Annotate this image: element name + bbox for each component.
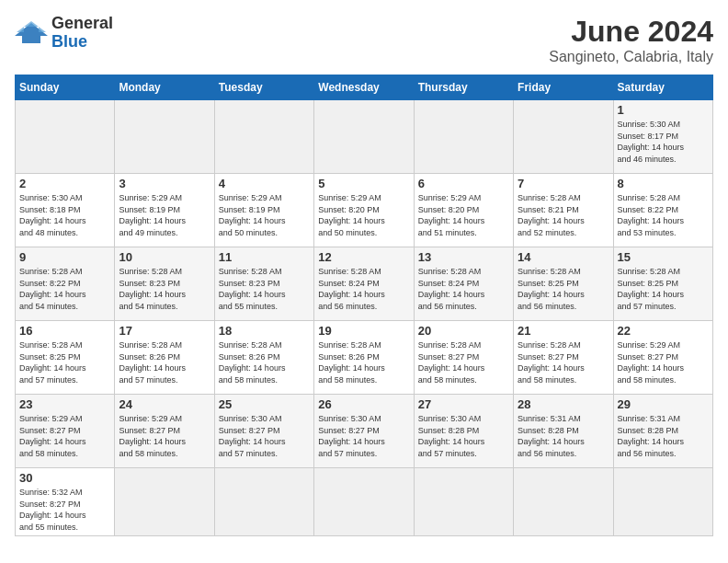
logo: GeneralBlue <box>15 15 113 52</box>
calendar-cell <box>414 100 513 174</box>
calendar-cell: 4Sunrise: 5:29 AM Sunset: 8:19 PM Daylig… <box>214 174 313 247</box>
day-number: 11 <box>219 250 310 264</box>
day-number: 24 <box>119 397 210 411</box>
day-number: 6 <box>418 177 509 190</box>
calendar-week-3: 9Sunrise: 5:28 AM Sunset: 8:22 PM Daylig… <box>16 247 713 321</box>
calendar-cell: 11Sunrise: 5:28 AM Sunset: 8:23 PM Dayli… <box>214 247 313 321</box>
day-number: 8 <box>618 177 709 190</box>
calendar-cell: 12Sunrise: 5:28 AM Sunset: 8:24 PM Dayli… <box>314 247 414 321</box>
day-info: Sunrise: 5:31 AM Sunset: 8:28 PM Dayligh… <box>518 413 609 459</box>
day-info: Sunrise: 5:30 AM Sunset: 8:17 PM Dayligh… <box>618 119 709 165</box>
calendar-week-1: 1Sunrise: 5:30 AM Sunset: 8:17 PM Daylig… <box>16 100 713 174</box>
calendar-cell: 25Sunrise: 5:30 AM Sunset: 8:27 PM Dayli… <box>214 395 313 468</box>
title-block: June 2024 Sangineto, Calabria, Italy <box>549 15 713 65</box>
calendar-cell <box>115 100 214 174</box>
day-number: 15 <box>618 250 709 264</box>
logo-icon <box>15 19 48 47</box>
day-info: Sunrise: 5:29 AM Sunset: 8:27 PM Dayligh… <box>119 413 210 459</box>
day-info: Sunrise: 5:29 AM Sunset: 8:27 PM Dayligh… <box>618 339 709 385</box>
day-info: Sunrise: 5:29 AM Sunset: 8:20 PM Dayligh… <box>418 192 509 238</box>
day-info: Sunrise: 5:28 AM Sunset: 8:26 PM Dayligh… <box>219 339 310 385</box>
day-number: 17 <box>119 324 210 338</box>
calendar-cell <box>414 468 513 536</box>
day-number: 23 <box>19 397 110 411</box>
day-info: Sunrise: 5:29 AM Sunset: 8:27 PM Dayligh… <box>19 413 110 459</box>
day-number: 12 <box>318 250 409 264</box>
weekday-header-friday: Friday <box>514 75 613 100</box>
day-info: Sunrise: 5:28 AM Sunset: 8:24 PM Dayligh… <box>318 266 409 312</box>
calendar-cell: 5Sunrise: 5:29 AM Sunset: 8:20 PM Daylig… <box>314 174 414 247</box>
day-info: Sunrise: 5:28 AM Sunset: 8:27 PM Dayligh… <box>518 339 609 385</box>
day-info: Sunrise: 5:28 AM Sunset: 8:23 PM Dayligh… <box>219 266 310 312</box>
weekday-header-thursday: Thursday <box>414 75 513 100</box>
calendar-cell: 3Sunrise: 5:29 AM Sunset: 8:19 PM Daylig… <box>115 174 214 247</box>
day-info: Sunrise: 5:28 AM Sunset: 8:22 PM Dayligh… <box>19 266 110 312</box>
day-number: 14 <box>518 250 609 264</box>
day-info: Sunrise: 5:32 AM Sunset: 8:27 PM Dayligh… <box>19 487 110 533</box>
calendar-cell: 22Sunrise: 5:29 AM Sunset: 8:27 PM Dayli… <box>613 321 712 395</box>
day-number: 30 <box>19 471 110 485</box>
day-number: 4 <box>219 177 310 190</box>
calendar-cell <box>16 100 115 174</box>
calendar-cell: 13Sunrise: 5:28 AM Sunset: 8:24 PM Dayli… <box>414 247 513 321</box>
day-number: 3 <box>119 177 210 190</box>
weekday-header-saturday: Saturday <box>613 75 712 100</box>
calendar-cell <box>214 468 313 536</box>
calendar-cell: 19Sunrise: 5:28 AM Sunset: 8:26 PM Dayli… <box>314 321 414 395</box>
day-number: 16 <box>19 324 110 338</box>
day-number: 28 <box>518 397 609 411</box>
day-number: 26 <box>318 397 409 411</box>
day-info: Sunrise: 5:30 AM Sunset: 8:27 PM Dayligh… <box>318 413 409 459</box>
day-number: 22 <box>618 324 709 338</box>
calendar-cell: 30Sunrise: 5:32 AM Sunset: 8:27 PM Dayli… <box>16 468 115 536</box>
day-info: Sunrise: 5:31 AM Sunset: 8:28 PM Dayligh… <box>618 413 709 459</box>
day-info: Sunrise: 5:28 AM Sunset: 8:26 PM Dayligh… <box>318 339 409 385</box>
calendar-cell: 1Sunrise: 5:30 AM Sunset: 8:17 PM Daylig… <box>613 100 712 174</box>
day-number: 13 <box>418 250 509 264</box>
calendar-table: SundayMondayTuesdayWednesdayThursdayFrid… <box>15 75 713 536</box>
calendar-cell: 9Sunrise: 5:28 AM Sunset: 8:22 PM Daylig… <box>16 247 115 321</box>
calendar-cell: 29Sunrise: 5:31 AM Sunset: 8:28 PM Dayli… <box>613 395 712 468</box>
day-info: Sunrise: 5:29 AM Sunset: 8:19 PM Dayligh… <box>219 192 310 238</box>
calendar-cell <box>314 100 414 174</box>
calendar-cell: 2Sunrise: 5:30 AM Sunset: 8:18 PM Daylig… <box>16 174 115 247</box>
day-number: 29 <box>618 397 709 411</box>
day-number: 10 <box>119 250 210 264</box>
day-info: Sunrise: 5:28 AM Sunset: 8:23 PM Dayligh… <box>119 266 210 312</box>
calendar-week-6: 30Sunrise: 5:32 AM Sunset: 8:27 PM Dayli… <box>16 468 713 536</box>
calendar-cell <box>514 100 613 174</box>
calendar-cell: 24Sunrise: 5:29 AM Sunset: 8:27 PM Dayli… <box>115 395 214 468</box>
day-info: Sunrise: 5:30 AM Sunset: 8:27 PM Dayligh… <box>219 413 310 459</box>
calendar-cell: 8Sunrise: 5:28 AM Sunset: 8:22 PM Daylig… <box>613 174 712 247</box>
calendar-cell <box>613 468 712 536</box>
weekday-header-wednesday: Wednesday <box>314 75 414 100</box>
day-info: Sunrise: 5:28 AM Sunset: 8:25 PM Dayligh… <box>518 266 609 312</box>
calendar-week-5: 23Sunrise: 5:29 AM Sunset: 8:27 PM Dayli… <box>16 395 713 468</box>
calendar-title: June 2024 <box>549 15 713 49</box>
day-info: Sunrise: 5:30 AM Sunset: 8:28 PM Dayligh… <box>418 413 509 459</box>
day-number: 9 <box>19 250 110 264</box>
day-number: 1 <box>618 103 709 117</box>
day-number: 19 <box>318 324 409 338</box>
calendar-cell: 26Sunrise: 5:30 AM Sunset: 8:27 PM Dayli… <box>314 395 414 468</box>
calendar-week-4: 16Sunrise: 5:28 AM Sunset: 8:25 PM Dayli… <box>16 321 713 395</box>
calendar-cell: 10Sunrise: 5:28 AM Sunset: 8:23 PM Dayli… <box>115 247 214 321</box>
day-number: 18 <box>219 324 310 338</box>
weekday-header-tuesday: Tuesday <box>214 75 313 100</box>
calendar-cell: 18Sunrise: 5:28 AM Sunset: 8:26 PM Dayli… <box>214 321 313 395</box>
weekday-header-sunday: Sunday <box>16 75 115 100</box>
day-number: 2 <box>19 177 110 190</box>
day-info: Sunrise: 5:30 AM Sunset: 8:18 PM Dayligh… <box>19 192 110 238</box>
calendar-cell: 21Sunrise: 5:28 AM Sunset: 8:27 PM Dayli… <box>514 321 613 395</box>
day-info: Sunrise: 5:28 AM Sunset: 8:26 PM Dayligh… <box>119 339 210 385</box>
calendar-cell: 14Sunrise: 5:28 AM Sunset: 8:25 PM Dayli… <box>514 247 613 321</box>
calendar-subtitle: Sangineto, Calabria, Italy <box>549 49 713 65</box>
calendar-cell <box>214 100 313 174</box>
day-info: Sunrise: 5:28 AM Sunset: 8:22 PM Dayligh… <box>618 192 709 238</box>
logo-text: GeneralBlue <box>51 15 113 52</box>
day-number: 20 <box>418 324 509 338</box>
day-number: 5 <box>318 177 409 190</box>
day-info: Sunrise: 5:29 AM Sunset: 8:19 PM Dayligh… <box>119 192 210 238</box>
weekday-header-monday: Monday <box>115 75 214 100</box>
calendar-header: SundayMondayTuesdayWednesdayThursdayFrid… <box>16 75 713 100</box>
